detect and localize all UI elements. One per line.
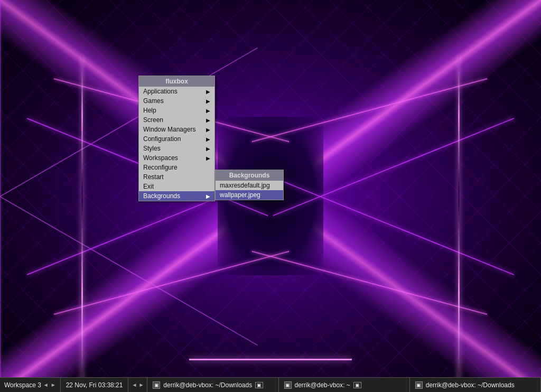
submenu-item-wallpaper[interactable]: wallpaper.jpeg [216, 190, 283, 200]
menu-item-configuration[interactable]: Configuration ▶ [139, 134, 214, 144]
submenu-arrow: ▶ [206, 98, 210, 104]
submenu-arrow: ▶ [206, 155, 210, 161]
taskbar-icon-box-2: ▣ [353, 382, 361, 388]
window-label-3: derrik@deb-vbox: ~/Downloads [426, 381, 515, 389]
menu-item-styles[interactable]: Styles ▶ [139, 144, 214, 153]
submenu-title: Backgrounds [216, 170, 283, 181]
menu-item-help[interactable]: Help ▶ [139, 106, 214, 115]
taskbar-datetime: 22 Nov, Fri 03:38:21 [61, 378, 129, 392]
submenu-arrow: ▶ [206, 146, 210, 152]
taskbar-window-3[interactable]: ▣ derrik@deb-vbox: ~/Downloads [410, 378, 541, 392]
taskbar-window-2[interactable]: ▣ derrik@deb-vbox: ~ ▣ [279, 378, 410, 392]
menu-item-reconfigure[interactable]: Reconfigure [139, 163, 214, 172]
menu-item-exit[interactable]: Exit [139, 182, 214, 191]
submenu-arrow: ▶ [206, 127, 210, 133]
workspace-label: Workspace 3 [4, 381, 41, 389]
menu-item-games[interactable]: Games ▶ [139, 96, 214, 106]
context-menu-wrapper: fluxbox Applications ▶ Games ▶ Help ▶ Sc… [138, 76, 284, 201]
window-label-1: derrik@deb-vbox: ~/Downloads [163, 381, 252, 389]
submenu-arrow: ▶ [206, 89, 210, 95]
nav-arrow-right[interactable]: ► [138, 382, 144, 388]
terminal-icon-2: ▣ [284, 381, 292, 389]
submenu-arrow: ▶ [206, 136, 210, 142]
taskbar-window-1[interactable]: ▣ derrik@deb-vbox: ~/Downloads ▣ [147, 378, 278, 392]
menu-title: fluxbox [139, 76, 214, 87]
menu-item-screen[interactable]: Screen ▶ [139, 115, 214, 125]
menu-item-applications[interactable]: Applications ▶ [139, 87, 214, 96]
taskbar-nav[interactable]: ◄ ► [128, 378, 147, 392]
submenu-arrow: ▶ [206, 193, 210, 199]
workspace-arrow-right[interactable]: ► [51, 382, 56, 388]
terminal-icon-1: ▣ [153, 381, 160, 389]
submenu-arrow: ▶ [206, 108, 210, 114]
backgrounds-submenu[interactable]: Backgrounds maxresdefault.jpg wallpaper.… [215, 170, 284, 200]
taskbar-icon-box-1: ▣ [255, 382, 263, 388]
taskbar-workspace[interactable]: Workspace 3 ◄ ► [0, 378, 61, 392]
datetime-text: 22 Nov, Fri 03:38:21 [66, 381, 123, 389]
menu-item-restart[interactable]: Restart [139, 172, 214, 182]
fluxbox-menu[interactable]: fluxbox Applications ▶ Games ▶ Help ▶ Sc… [138, 76, 215, 201]
nav-arrow-left[interactable]: ◄ [132, 382, 137, 388]
submenu-arrow: ▶ [206, 117, 210, 123]
window-label-2: derrik@deb-vbox: ~ [295, 381, 350, 389]
menu-item-workspaces[interactable]: Workspaces ▶ [139, 153, 214, 163]
taskbar: Workspace 3 ◄ ► 22 Nov, Fri 03:38:21 ◄ ►… [0, 377, 541, 392]
menu-item-window-managers[interactable]: Window Managers ▶ [139, 125, 214, 134]
submenu-item-maxresdefault[interactable]: maxresdefault.jpg [216, 181, 283, 190]
workspace-arrow-left[interactable]: ◄ [43, 382, 49, 388]
menu-item-backgrounds[interactable]: Backgrounds ▶ [139, 191, 214, 201]
terminal-icon-3: ▣ [415, 381, 423, 389]
